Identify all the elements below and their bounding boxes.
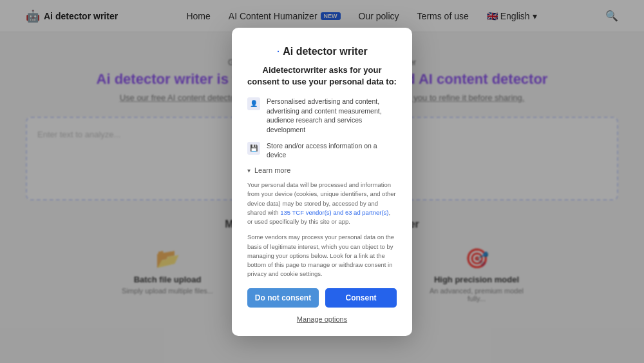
advertising-icon: 👤: [247, 97, 260, 110]
modal-body-text: Your personal data will be processed and…: [247, 181, 397, 226]
consent-item-advertising: 👤 Personalised advertising and content, …: [247, 97, 397, 135]
modal-overlay: · Ai detector writer Aidetectorwriter as…: [0, 0, 644, 363]
modal-title: Aidetectorwriter asks for your consent t…: [247, 64, 397, 88]
modal-logo-text: Ai detector writer: [283, 46, 368, 57]
consent-text-storage: Store and/or access information on a dev…: [267, 141, 397, 160]
modal-logo-dot: ·: [276, 43, 280, 57]
consent-text-advertising: Personalised advertising and content, ad…: [267, 97, 397, 135]
consent-modal: · Ai detector writer Aidetectorwriter as…: [232, 28, 412, 336]
storage-icon: 💾: [247, 142, 260, 155]
consent-item-storage: 💾 Store and/or access information on a d…: [247, 141, 397, 160]
consent-button[interactable]: Consent: [325, 288, 397, 308]
manage-options-link[interactable]: Manage options: [247, 315, 397, 323]
modal-second-text: Some vendors may process your personal d…: [247, 233, 397, 279]
learn-more-row[interactable]: ▾ Learn more: [247, 166, 397, 174]
tcf-vendors-link[interactable]: 135 TCF vendor(s) and 63 ad partner(s): [280, 209, 388, 216]
do-not-consent-button[interactable]: Do not consent: [247, 288, 319, 308]
learn-more-label: Learn more: [254, 166, 290, 174]
chevron-icon: ▾: [247, 167, 251, 174]
modal-buttons: Do not consent Consent: [247, 288, 397, 308]
modal-logo: · Ai detector writer: [247, 43, 397, 58]
